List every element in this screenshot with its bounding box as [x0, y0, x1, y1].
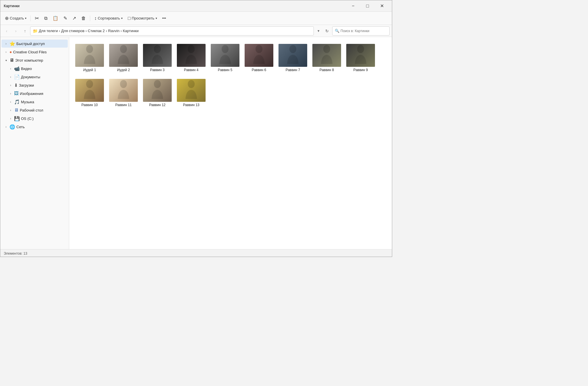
- svg-point-0: [86, 45, 93, 53]
- cut-icon: ✂: [35, 15, 39, 22]
- search-input[interactable]: [341, 29, 387, 33]
- expand-icon: ›: [8, 91, 13, 96]
- network-icon: 🌐: [9, 124, 15, 130]
- address-dropdown-button[interactable]: ▾: [315, 27, 322, 35]
- file-item[interactable]: Раввин 5: [209, 42, 241, 74]
- sidebar-item-video[interactable]: › 📹 Видео: [1, 65, 68, 73]
- main-layout: › ⭐ Быстрый доступ › ● Creative Cloud Fi…: [0, 37, 392, 249]
- file-item[interactable]: Раввин 9: [345, 42, 376, 74]
- sidebar-item-downloads[interactable]: › ⬇ Загрузки: [1, 81, 68, 89]
- forward-button[interactable]: ›: [12, 27, 20, 35]
- up-button[interactable]: ↑: [21, 27, 29, 35]
- close-button[interactable]: ✕: [375, 2, 388, 10]
- window-title: Картинки: [4, 4, 20, 8]
- file-item[interactable]: Раввин 13: [175, 77, 207, 109]
- share-icon: ↗: [72, 15, 76, 21]
- address-input[interactable]: 📁 Для телеги › Для стикеров › Стикпак 2 …: [30, 26, 314, 36]
- search-box: 🔍: [332, 26, 390, 36]
- file-item[interactable]: Раввин 11: [108, 77, 139, 109]
- create-chevron-icon: ▾: [25, 17, 26, 20]
- file-thumbnail: [143, 44, 172, 67]
- window-controls: − □ ✕: [347, 2, 388, 10]
- view-button[interactable]: □ Просмотреть ▾: [125, 13, 159, 23]
- expand-icon: ›: [8, 116, 13, 121]
- copy-icon: ⧉: [44, 16, 47, 21]
- sidebar-item-network[interactable]: › 🌐 Сеть: [1, 123, 68, 131]
- file-item[interactable]: Раввин 7: [277, 42, 309, 74]
- sidebar-label: Сеть: [16, 125, 25, 129]
- file-name: Раввин 3: [150, 68, 165, 72]
- file-thumbnail: [75, 79, 104, 102]
- file-grid: Иудей 1 Иудей 2 Раввин 3 Раввин 4 Раввин…: [74, 42, 387, 109]
- sidebar-item-images[interactable]: › 🖼 Изображения: [1, 89, 68, 98]
- svg-point-11: [154, 80, 161, 88]
- file-item[interactable]: Раввин 12: [142, 77, 173, 109]
- expand-icon: ›: [4, 41, 8, 46]
- delete-button[interactable]: 🗑: [79, 13, 88, 23]
- refresh-button[interactable]: ↻: [323, 27, 331, 35]
- sidebar-item-quick-access[interactable]: › ⭐ Быстрый доступ: [1, 40, 68, 48]
- file-item[interactable]: Раввин 6: [243, 42, 275, 74]
- file-name: Раввин 5: [218, 68, 232, 72]
- paste-button[interactable]: 📋: [50, 13, 61, 23]
- rename-icon: ✎: [63, 15, 67, 21]
- expand-icon: ›: [8, 83, 13, 87]
- sidebar-item-this-pc[interactable]: ▾ 🖥 Этот компьютер: [1, 56, 68, 64]
- file-item[interactable]: Раввин 3: [142, 42, 173, 74]
- file-thumbnail: [278, 44, 307, 67]
- back-button[interactable]: ‹: [3, 27, 11, 35]
- status-text: Элементов: 13: [4, 252, 27, 256]
- minimize-button[interactable]: −: [347, 2, 360, 10]
- expand-icon: ›: [4, 50, 8, 54]
- video-icon: 📹: [14, 66, 20, 71]
- create-icon: ⊕: [5, 15, 9, 21]
- share-button[interactable]: ↗: [70, 13, 78, 23]
- file-item[interactable]: Раввин 4: [175, 42, 207, 74]
- images-icon: 🖼: [14, 91, 19, 96]
- more-button[interactable]: •••: [160, 13, 169, 23]
- os-c-icon: 💾: [14, 116, 20, 121]
- sidebar-item-desktop[interactable]: › 🖥 Рабочий стол: [1, 106, 68, 114]
- file-item[interactable]: Раввин 8: [311, 42, 343, 74]
- svg-point-9: [86, 80, 93, 88]
- file-item[interactable]: Иудей 2: [108, 42, 139, 74]
- file-name: Раввин 12: [149, 103, 165, 107]
- sidebar-item-documents[interactable]: › 📄 Документы: [1, 73, 68, 81]
- title-bar: Картинки − □ ✕: [0, 0, 392, 12]
- expand-icon: ›: [8, 66, 13, 71]
- status-bar: Элементов: 13: [0, 249, 392, 257]
- sidebar-item-os-c[interactable]: › 💾 OS (C:): [1, 114, 68, 122]
- file-name: Раввин 4: [184, 68, 198, 72]
- create-button[interactable]: ⊕ Создать ▾: [3, 13, 29, 23]
- sidebar-item-creative-cloud[interactable]: › ● Creative Cloud Files: [1, 48, 68, 56]
- view-chevron-icon: ▾: [156, 17, 157, 20]
- rename-button[interactable]: ✎: [61, 13, 69, 23]
- delete-icon: 🗑: [81, 16, 86, 21]
- sidebar-item-music[interactable]: › 🎵 Музыка: [1, 98, 68, 106]
- expand-icon: ›: [8, 100, 13, 104]
- file-thumbnail: [312, 44, 341, 67]
- toolbar: ⊕ Создать ▾ ✂ ⧉ 📋 ✎ ↗ 🗑 ↕ Сортировать ▾ …: [0, 12, 392, 25]
- downloads-icon: ⬇: [14, 83, 18, 88]
- sort-label: Сортировать: [98, 16, 120, 20]
- view-label: Просмотреть: [132, 16, 154, 20]
- svg-point-5: [256, 45, 262, 53]
- file-item[interactable]: Раввин 10: [74, 77, 105, 109]
- address-bar: ‹ › ↑ 📁 Для телеги › Для стикеров › Стик…: [0, 25, 392, 37]
- file-name: Раввин 10: [81, 103, 98, 107]
- separator-1: [30, 15, 31, 21]
- file-name: Раввин 9: [353, 68, 368, 72]
- sort-button[interactable]: ↕ Сортировать ▾: [92, 13, 125, 23]
- file-item[interactable]: Иудей 1: [74, 42, 105, 74]
- create-label: Создать: [10, 16, 24, 20]
- sidebar-label: Музыка: [21, 100, 34, 104]
- maximize-button[interactable]: □: [361, 2, 374, 10]
- sidebar-label: Изображения: [20, 91, 43, 96]
- copy-button[interactable]: ⧉: [42, 13, 50, 23]
- sidebar-label: Загрузки: [19, 83, 34, 87]
- file-name: Раввин 7: [286, 68, 300, 72]
- creative-cloud-icon: ●: [9, 50, 12, 54]
- content-area: Иудей 1 Иудей 2 Раввин 3 Раввин 4 Раввин…: [69, 37, 392, 249]
- file-thumbnail: [109, 79, 138, 102]
- cut-button[interactable]: ✂: [32, 13, 41, 23]
